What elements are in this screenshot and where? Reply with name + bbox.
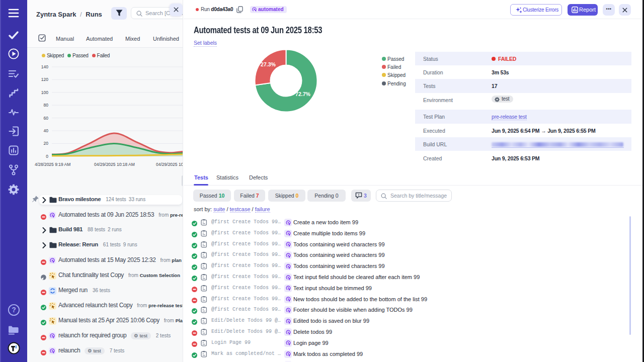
svg-text:?: ?: [12, 306, 16, 314]
svg-text:72.7%: 72.7%: [295, 91, 310, 97]
svg-text:27.3%: 27.3%: [261, 61, 276, 67]
